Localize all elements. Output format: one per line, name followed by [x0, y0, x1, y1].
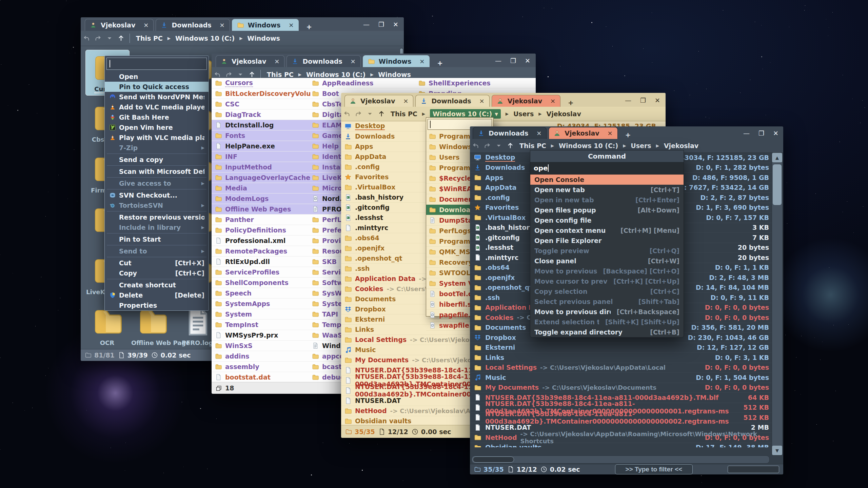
tab-windows[interactable]: Windows✕: [363, 55, 430, 67]
menu-item-play-with-vlc-media-player[interactable]: Play with VLC media player: [105, 133, 209, 143]
file-item-shellexperiences[interactable]: ShellExperiences: [418, 78, 530, 88]
tab-vjekoslav[interactable]: Vjekoslav✕: [549, 127, 617, 139]
breadcrumb-item[interactable]: Windows 10 (C:): [559, 142, 618, 149]
minimize-button[interactable]: —: [743, 129, 750, 137]
tab-downloads[interactable]: Downloads✕: [415, 95, 489, 107]
file-item-professional-xml[interactable]: Professional.xml: [215, 236, 311, 246]
tab-close-icon[interactable]: ✕: [550, 98, 555, 105]
tab-vjekoslav[interactable]: Vjekoslav✕: [344, 95, 413, 107]
menu-item-pin-to-quick-access[interactable]: Pin to Quick access: [105, 82, 209, 92]
file-item-modemlogs[interactable]: ModemLogs: [215, 194, 311, 204]
close-button[interactable]: ✕: [525, 57, 530, 64]
nav-forward-icon[interactable]: [223, 71, 235, 78]
palette-item-open-in-new-tab[interactable]: Open in new tab[Ctrl+Enter]: [530, 195, 684, 205]
menu-item-open[interactable]: Open: [105, 72, 209, 82]
file-row-nethood[interactable]: NetHood-> C:\Users\Vjekoslav\AppData\Roa…: [470, 432, 772, 443]
type-to-filter-button[interactable]: >> Type to filter <<: [615, 464, 693, 474]
tab-close-icon[interactable]: ✕: [419, 58, 425, 65]
breadcrumb-item[interactable]: This PC: [519, 142, 546, 149]
palette-item-move-cursor-to-previous-item[interactable]: Move cursor to previous item[Ctrl+K] [Ct…: [530, 276, 684, 286]
file-item-fonts[interactable]: Fonts: [215, 130, 311, 141]
menu-item-git-bash-here[interactable]: Git Bash Here: [105, 112, 209, 122]
palette-item-select-previous-panel[interactable]: Select previous panel[Shift+Tab]: [530, 297, 684, 307]
palette-item-open-file-explorer[interactable]: Open File Explorer: [530, 236, 684, 246]
palette-item-extend-selection-to-previous-item[interactable]: Extend selection to previous item[Shift+…: [530, 317, 684, 327]
file-item-languageoverlaycache[interactable]: LanguageOverlayCache: [215, 172, 311, 183]
filter-input[interactable]: [728, 466, 779, 473]
palette-item-toggle-preview[interactable]: Toggle preview[Ctrl+Q]: [530, 246, 684, 256]
file-item-remotepackages[interactable]: RemotePackages: [215, 246, 311, 256]
tab-vjekoslav[interactable]: Vjekoslav✕: [492, 95, 560, 107]
file-item-csc[interactable]: CSC: [215, 99, 311, 109]
minimize-button[interactable]: —: [495, 57, 501, 64]
palette-item-open-new-tab[interactable]: Open new tab[Ctrl+T]: [530, 185, 684, 195]
palette-item-move-to-previous-directory-in-hierarchy[interactable]: Move to previous directory in hierarchy[…: [530, 307, 684, 317]
tab-windows[interactable]: Windows✕: [232, 19, 299, 31]
tab-downloads[interactable]: Downloads✕: [287, 55, 360, 67]
palette-item-copy-selection[interactable]: Copy selection[Ctrl+C]: [530, 286, 684, 297]
close-button[interactable]: ✕: [655, 97, 660, 104]
menu-item-pin-to-start[interactable]: Pin to Start: [105, 234, 209, 244]
tab-vjekoslav[interactable]: Vjekoslav✕: [85, 19, 154, 31]
file-item-panther[interactable]: Panther: [215, 215, 311, 225]
maximize-button[interactable]: ❐: [640, 97, 646, 104]
breadcrumb-item[interactable]: Users: [631, 142, 651, 149]
new-tab-button[interactable]: +: [620, 131, 636, 139]
nav-back-icon[interactable]: [212, 71, 223, 78]
scroll-down-icon[interactable]: ▼: [772, 446, 782, 455]
file-row-obsidian-vaults[interactable]: Obsidian vaultsD: 17, F: 149, 38 MB: [470, 443, 772, 448]
menu-item-create-shortcut[interactable]: Create shortcut: [105, 280, 209, 290]
file-item-bitlockerdiscoveryvolumecontents[interactable]: BitLockerDiscoveryVolumeContents: [215, 88, 311, 99]
menu-item-include-in-library[interactable]: Include in library▶: [105, 222, 209, 232]
nav-up-icon[interactable]: [246, 71, 258, 78]
file-item-appreadiness[interactable]: AppReadiness: [312, 78, 417, 88]
file-item-cursors[interactable]: Cursors: [215, 78, 311, 88]
file-item-systemapps[interactable]: SystemApps: [215, 299, 311, 309]
palette-item-open-console[interactable]: Open Console: [530, 175, 684, 185]
file-row-music[interactable]: MusicD: 0, F: 1, 504 bytes: [470, 372, 772, 383]
tab-downloads[interactable]: Downloads✕: [473, 127, 547, 139]
file-item-dtcinstall-log[interactable]: DtcInstall.log: [215, 120, 311, 130]
palette-search-input[interactable]: ope: [530, 162, 684, 175]
tab-close-icon[interactable]: ✕: [608, 130, 613, 137]
file-item-addins[interactable]: addins: [215, 351, 311, 361]
file-item-policydefinitions[interactable]: PolicyDefinitions: [215, 225, 311, 235]
file-item-bootstat-dat[interactable]: bootstat.dat: [215, 372, 311, 382]
breadcrumb-item[interactable]: Vjekoslav: [664, 142, 698, 149]
file-item-tempinst[interactable]: TempInst: [215, 320, 311, 330]
file-row-local-settings[interactable]: Local Settings-> C:\Users\Vjekoslav\AppD…: [470, 363, 772, 373]
palette-item-open-config-file[interactable]: Open config file: [530, 215, 684, 225]
history-dropdown-icon[interactable]: [364, 110, 376, 118]
file-item-serviceprofiles[interactable]: ServiceProfiles: [215, 267, 311, 277]
palette-item-move-to-previous-directory[interactable]: Move to previous directory[Backspace] [C…: [530, 266, 684, 276]
palette-item-close-panel[interactable]: Close panel[Ctrl+W]: [530, 256, 684, 266]
menu-item-give-access-to[interactable]: Give access to▶: [105, 178, 209, 188]
menu-item-add-to-vlc-media-player-s-playlist[interactable]: Add to VLC media player's Playlist: [105, 102, 209, 112]
context-menu-filter-input[interactable]: [106, 58, 207, 70]
nav-forward-icon[interactable]: [92, 35, 104, 42]
file-row-links[interactable]: LinksD: 0, F: 3, 1 KB: [470, 352, 772, 363]
tab-close-icon[interactable]: ✕: [220, 22, 225, 29]
menu-item-properties[interactable]: Properties: [105, 300, 209, 310]
minimize-button[interactable]: —: [363, 21, 370, 28]
file-row-eksterni[interactable]: EksterniD: 12, F: 127, 12 GB: [470, 343, 772, 353]
scroll-up-icon[interactable]: ▲: [772, 153, 782, 162]
menu-item-cut[interactable]: Cut[Ctrl+X]: [105, 258, 209, 268]
menu-item-7-zip[interactable]: 7-Zip▶: [105, 143, 209, 153]
menu-item-open-vim-here[interactable]: Open Vim here: [105, 122, 209, 133]
breadcrumb-item[interactable]: This PC: [267, 71, 294, 78]
new-tab-button[interactable]: +: [301, 23, 317, 31]
palette-item-toggle-expand-directory[interactable]: Toggle expand directory[Ctrl+B]: [530, 327, 684, 337]
file-row-my-documents[interactable]: My Documents-> C:\Users\Vjekoslav\Docume…: [470, 383, 772, 393]
nav-forward-icon[interactable]: [481, 142, 493, 149]
palette-item-open-files-popup[interactable]: Open files popup[Alt+Down]: [530, 205, 684, 215]
file-item-inputmethod[interactable]: InputMethod: [215, 162, 311, 172]
file-item-winsxs[interactable]: WinSxS: [215, 341, 311, 351]
nav-up-icon[interactable]: [115, 35, 127, 42]
menu-item-copy[interactable]: Copy[Ctrl+C]: [105, 268, 209, 278]
nav-up-icon[interactable]: [505, 142, 516, 149]
breadcrumb-item[interactable]: Windows: [378, 71, 411, 78]
file-row-ntuser-dat-53b39e88-18c4-11ea-a811-000d3[interactable]: NTUSER.DAT{53b39e88-18c4-11ea-a811-000d3…: [470, 412, 772, 423]
tab-close-icon[interactable]: ✕: [536, 130, 541, 137]
tab-vjekoslav[interactable]: Vjekoslav✕: [216, 55, 284, 67]
